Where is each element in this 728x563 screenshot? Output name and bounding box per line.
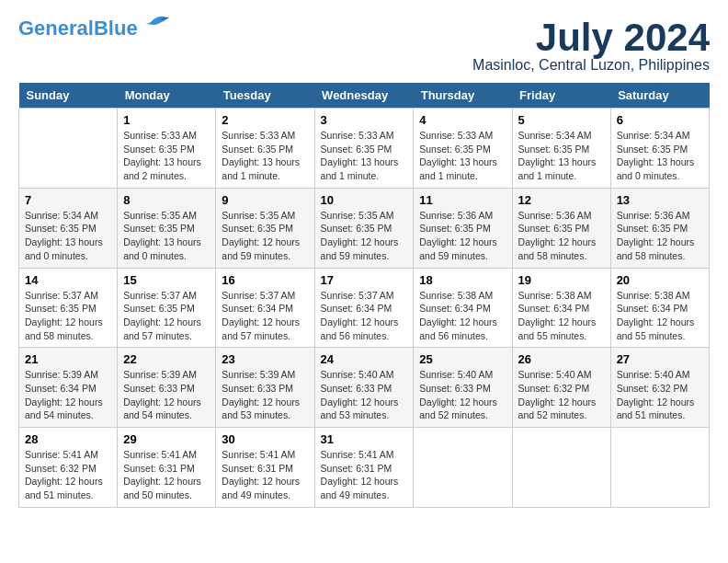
table-cell: 23Sunrise: 5:39 AMSunset: 6:33 PMDayligh… bbox=[216, 348, 314, 428]
calendar-header-row: Sunday Monday Tuesday Wednesday Thursday… bbox=[19, 83, 710, 109]
day-number: 2 bbox=[222, 113, 308, 127]
day-number: 13 bbox=[617, 193, 703, 207]
day-content: Sunrise: 5:41 AMSunset: 6:32 PMDaylight:… bbox=[25, 448, 111, 502]
day-content: Sunrise: 5:36 AMSunset: 6:35 PMDaylight:… bbox=[518, 209, 605, 263]
col-wednesday: Wednesday bbox=[314, 83, 414, 109]
table-cell: 28Sunrise: 5:41 AMSunset: 6:32 PMDayligh… bbox=[19, 428, 118, 508]
day-content: Sunrise: 5:34 AMSunset: 6:35 PMDaylight:… bbox=[25, 209, 111, 263]
table-cell: 29Sunrise: 5:41 AMSunset: 6:31 PMDayligh… bbox=[118, 428, 216, 508]
day-content: Sunrise: 5:33 AMSunset: 6:35 PMDaylight:… bbox=[222, 129, 308, 183]
title-area: July 2024 Masinloc, Central Luzon, Phili… bbox=[472, 18, 710, 74]
day-number: 9 bbox=[222, 193, 308, 207]
day-number: 29 bbox=[123, 432, 210, 446]
day-number: 21 bbox=[25, 352, 111, 366]
day-number: 23 bbox=[222, 352, 308, 366]
table-cell: 26Sunrise: 5:40 AMSunset: 6:32 PMDayligh… bbox=[512, 348, 610, 428]
day-content: Sunrise: 5:40 AMSunset: 6:33 PMDaylight:… bbox=[419, 368, 506, 422]
day-content: Sunrise: 5:34 AMSunset: 6:35 PMDaylight:… bbox=[518, 129, 605, 183]
day-content: Sunrise: 5:41 AMSunset: 6:31 PMDaylight:… bbox=[222, 448, 308, 502]
day-content: Sunrise: 5:36 AMSunset: 6:35 PMDaylight:… bbox=[617, 209, 703, 263]
location-text: Masinloc, Central Luzon, Philippines bbox=[472, 57, 710, 74]
table-cell bbox=[512, 428, 610, 508]
day-content: Sunrise: 5:40 AMSunset: 6:32 PMDaylight:… bbox=[518, 368, 605, 422]
table-cell: 25Sunrise: 5:40 AMSunset: 6:33 PMDayligh… bbox=[414, 348, 512, 428]
col-sunday: Sunday bbox=[19, 83, 118, 109]
table-cell: 11Sunrise: 5:36 AMSunset: 6:35 PMDayligh… bbox=[414, 188, 512, 268]
day-number: 17 bbox=[321, 273, 408, 287]
table-cell: 24Sunrise: 5:40 AMSunset: 6:33 PMDayligh… bbox=[314, 348, 414, 428]
month-title: July 2024 bbox=[472, 18, 710, 57]
week-row-4: 21Sunrise: 5:39 AMSunset: 6:34 PMDayligh… bbox=[19, 348, 710, 428]
logo-bird-icon bbox=[142, 15, 171, 35]
table-cell: 14Sunrise: 5:37 AMSunset: 6:35 PMDayligh… bbox=[19, 268, 118, 348]
day-content: Sunrise: 5:37 AMSunset: 6:34 PMDaylight:… bbox=[321, 289, 408, 343]
table-cell: 9Sunrise: 5:35 AMSunset: 6:35 PMDaylight… bbox=[216, 188, 314, 268]
col-friday: Friday bbox=[512, 83, 610, 109]
day-number: 19 bbox=[518, 273, 605, 287]
day-content: Sunrise: 5:37 AMSunset: 6:35 PMDaylight:… bbox=[123, 289, 210, 343]
table-cell: 2Sunrise: 5:33 AMSunset: 6:35 PMDaylight… bbox=[216, 109, 314, 189]
day-number: 16 bbox=[222, 273, 308, 287]
day-content: Sunrise: 5:36 AMSunset: 6:35 PMDaylight:… bbox=[419, 209, 506, 263]
day-number: 11 bbox=[419, 193, 506, 207]
logo-text: GeneralBlue bbox=[18, 18, 138, 39]
col-thursday: Thursday bbox=[414, 83, 512, 109]
day-content: Sunrise: 5:33 AMSunset: 6:35 PMDaylight:… bbox=[321, 129, 408, 183]
week-row-3: 14Sunrise: 5:37 AMSunset: 6:35 PMDayligh… bbox=[19, 268, 710, 348]
table-cell bbox=[414, 428, 512, 508]
day-content: Sunrise: 5:40 AMSunset: 6:33 PMDaylight:… bbox=[321, 368, 408, 422]
day-content: Sunrise: 5:38 AMSunset: 6:34 PMDaylight:… bbox=[518, 289, 605, 343]
table-cell: 10Sunrise: 5:35 AMSunset: 6:35 PMDayligh… bbox=[314, 188, 414, 268]
calendar-table: Sunday Monday Tuesday Wednesday Thursday… bbox=[18, 83, 710, 508]
table-cell: 4Sunrise: 5:33 AMSunset: 6:35 PMDaylight… bbox=[414, 109, 512, 189]
table-cell: 8Sunrise: 5:35 AMSunset: 6:35 PMDaylight… bbox=[118, 188, 216, 268]
table-cell: 12Sunrise: 5:36 AMSunset: 6:35 PMDayligh… bbox=[512, 188, 610, 268]
day-number: 12 bbox=[518, 193, 605, 207]
table-cell: 20Sunrise: 5:38 AMSunset: 6:34 PMDayligh… bbox=[610, 268, 709, 348]
day-content: Sunrise: 5:33 AMSunset: 6:35 PMDaylight:… bbox=[123, 129, 210, 183]
day-content: Sunrise: 5:35 AMSunset: 6:35 PMDaylight:… bbox=[321, 209, 408, 263]
table-cell: 15Sunrise: 5:37 AMSunset: 6:35 PMDayligh… bbox=[118, 268, 216, 348]
day-content: Sunrise: 5:35 AMSunset: 6:35 PMDaylight:… bbox=[123, 209, 210, 263]
week-row-5: 28Sunrise: 5:41 AMSunset: 6:32 PMDayligh… bbox=[19, 428, 710, 508]
day-number: 20 bbox=[617, 273, 703, 287]
day-content: Sunrise: 5:41 AMSunset: 6:31 PMDaylight:… bbox=[123, 448, 210, 502]
day-content: Sunrise: 5:38 AMSunset: 6:34 PMDaylight:… bbox=[617, 289, 703, 343]
day-number: 28 bbox=[25, 432, 111, 446]
logo: GeneralBlue bbox=[18, 18, 171, 39]
week-row-2: 7Sunrise: 5:34 AMSunset: 6:35 PMDaylight… bbox=[19, 188, 710, 268]
day-number: 26 bbox=[518, 352, 605, 366]
table-cell: 17Sunrise: 5:37 AMSunset: 6:34 PMDayligh… bbox=[314, 268, 414, 348]
table-cell: 31Sunrise: 5:41 AMSunset: 6:31 PMDayligh… bbox=[314, 428, 414, 508]
day-number: 30 bbox=[222, 432, 308, 446]
week-row-1: 1Sunrise: 5:33 AMSunset: 6:35 PMDaylight… bbox=[19, 109, 710, 189]
table-cell: 21Sunrise: 5:39 AMSunset: 6:34 PMDayligh… bbox=[19, 348, 118, 428]
table-cell: 19Sunrise: 5:38 AMSunset: 6:34 PMDayligh… bbox=[512, 268, 610, 348]
table-cell: 7Sunrise: 5:34 AMSunset: 6:35 PMDaylight… bbox=[19, 188, 118, 268]
day-number: 25 bbox=[419, 352, 506, 366]
day-number: 18 bbox=[419, 273, 506, 287]
col-tuesday: Tuesday bbox=[216, 83, 314, 109]
table-cell bbox=[19, 109, 118, 189]
day-content: Sunrise: 5:37 AMSunset: 6:34 PMDaylight:… bbox=[222, 289, 308, 343]
table-cell: 22Sunrise: 5:39 AMSunset: 6:33 PMDayligh… bbox=[118, 348, 216, 428]
day-number: 1 bbox=[123, 113, 210, 127]
day-number: 6 bbox=[617, 113, 703, 127]
table-cell: 27Sunrise: 5:40 AMSunset: 6:32 PMDayligh… bbox=[610, 348, 709, 428]
day-content: Sunrise: 5:34 AMSunset: 6:35 PMDaylight:… bbox=[617, 129, 703, 183]
day-number: 31 bbox=[321, 432, 408, 446]
table-cell: 13Sunrise: 5:36 AMSunset: 6:35 PMDayligh… bbox=[610, 188, 709, 268]
day-content: Sunrise: 5:37 AMSunset: 6:35 PMDaylight:… bbox=[25, 289, 111, 343]
col-saturday: Saturday bbox=[610, 83, 709, 109]
table-cell: 30Sunrise: 5:41 AMSunset: 6:31 PMDayligh… bbox=[216, 428, 314, 508]
day-content: Sunrise: 5:41 AMSunset: 6:31 PMDaylight:… bbox=[321, 448, 408, 502]
day-number: 4 bbox=[419, 113, 506, 127]
col-monday: Monday bbox=[118, 83, 216, 109]
day-content: Sunrise: 5:39 AMSunset: 6:33 PMDaylight:… bbox=[123, 368, 210, 422]
day-content: Sunrise: 5:33 AMSunset: 6:35 PMDaylight:… bbox=[419, 129, 506, 183]
table-cell: 5Sunrise: 5:34 AMSunset: 6:35 PMDaylight… bbox=[512, 109, 610, 189]
table-cell bbox=[610, 428, 709, 508]
day-number: 24 bbox=[321, 352, 408, 366]
day-number: 22 bbox=[123, 352, 210, 366]
day-content: Sunrise: 5:38 AMSunset: 6:34 PMDaylight:… bbox=[419, 289, 506, 343]
